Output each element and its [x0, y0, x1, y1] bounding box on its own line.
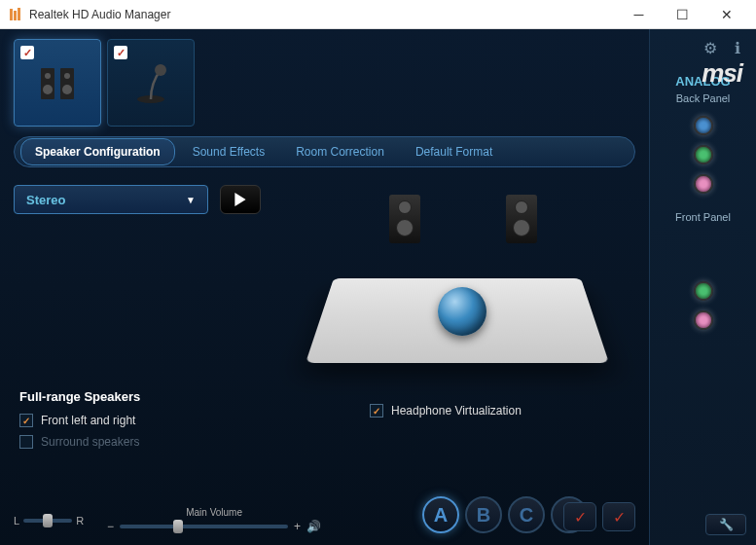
speakers-icon: [33, 58, 82, 107]
balance-l: L: [14, 515, 19, 527]
headphone-virt-section: Headphone Virtualization: [370, 404, 522, 425]
microphone-icon: [126, 58, 175, 107]
titlebar: Realtek HD Audio Manager ─ ☐ ✕: [0, 0, 756, 29]
tab-room-correction[interactable]: Room Correction: [282, 139, 398, 164]
minus-icon[interactable]: −: [107, 520, 114, 533]
connector-settings-button[interactable]: 🔧: [705, 514, 746, 535]
check-icon: [19, 414, 33, 427]
minimize-button[interactable]: ─: [617, 0, 661, 29]
svg-point-5: [45, 73, 51, 79]
balance-r: R: [76, 515, 84, 527]
balance-slider[interactable]: [23, 519, 72, 523]
apply-button[interactable]: ✓: [563, 502, 596, 531]
plus-icon[interactable]: +: [294, 520, 301, 533]
stage-speaker-left[interactable]: [389, 195, 420, 243]
svg-rect-3: [41, 68, 54, 99]
brand-logo: msi: [702, 58, 742, 89]
maximize-button[interactable]: ☐: [661, 0, 704, 29]
play-test-button[interactable]: [220, 185, 261, 214]
front-panel-label: Front Panel: [658, 211, 748, 223]
jack-back-mic[interactable]: [694, 174, 713, 194]
tab-sound-effects[interactable]: Sound Effects: [179, 139, 279, 164]
slider-thumb[interactable]: [43, 514, 53, 527]
svg-rect-1: [14, 11, 17, 20]
device-tab-microphone[interactable]: [107, 39, 195, 127]
svg-rect-2: [18, 8, 20, 20]
svg-point-8: [62, 85, 72, 94]
right-panel: msi ⚙ ℹ ANALOG Back Panel Front Panel 🔧: [649, 29, 756, 545]
check-icon: [370, 404, 383, 418]
listener-orb: [438, 287, 486, 336]
slider-thumb[interactable]: [173, 520, 183, 533]
main-volume-label: Main Volume: [107, 507, 321, 518]
check-icon: [19, 435, 33, 449]
dropdown-value: Stereo: [26, 193, 65, 207]
preset-c[interactable]: C: [508, 496, 545, 533]
preset-b[interactable]: B: [465, 496, 502, 533]
speaker-icon[interactable]: 🔊: [306, 520, 321, 533]
main-volume-slider[interactable]: [120, 525, 288, 528]
chevron-down-icon: ▼: [186, 195, 196, 205]
tab-speaker-configuration[interactable]: Speaker Configuration: [20, 138, 175, 165]
checkbox-label: Headphone Virtualization: [391, 404, 522, 418]
full-range-title: Full-range Speakers: [19, 389, 140, 404]
gear-icon[interactable]: ⚙: [702, 39, 719, 56]
jack-front-mic[interactable]: [694, 310, 713, 330]
svg-point-6: [43, 85, 53, 94]
tab-default-format[interactable]: Default Format: [402, 139, 506, 164]
checkbox-front-lr[interactable]: Front left and right: [19, 414, 140, 427]
jack-back-linein[interactable]: [694, 116, 713, 135]
cancel-button[interactable]: ✓: [602, 502, 635, 531]
full-range-section: Full-range Speakers Front left and right…: [19, 389, 140, 456]
stage-speaker-right[interactable]: [506, 195, 537, 243]
svg-point-7: [64, 73, 70, 79]
window-title: Realtek HD Audio Manager: [29, 8, 617, 21]
checkbox-label: Surround speakers: [41, 435, 139, 449]
svg-rect-0: [10, 9, 13, 20]
speaker-config-dropdown[interactable]: Stereo ▼: [14, 185, 208, 214]
preset-a[interactable]: A: [422, 496, 459, 533]
check-icon: [114, 46, 127, 59]
svg-point-10: [155, 64, 166, 76]
speaker-stage: [321, 204, 613, 399]
checkbox-label: Front left and right: [41, 414, 135, 427]
jack-back-lineout[interactable]: [694, 145, 713, 164]
config-tabs: Speaker Configuration Sound Effects Room…: [14, 136, 635, 167]
app-icon: [8, 7, 23, 22]
check-icon: [20, 46, 34, 59]
balance-control: L R: [14, 515, 84, 527]
back-panel-label: Back Panel: [658, 92, 748, 104]
play-icon: [234, 193, 247, 206]
checkbox-surround: Surround speakers: [19, 435, 140, 449]
svg-rect-4: [60, 68, 74, 99]
close-button[interactable]: ✕: [704, 0, 748, 29]
jack-front-lineout[interactable]: [694, 281, 713, 301]
checkbox-hp-virtualization[interactable]: Headphone Virtualization: [370, 404, 522, 418]
device-tab-speakers[interactable]: [14, 39, 101, 127]
info-icon[interactable]: ℹ: [729, 39, 746, 56]
